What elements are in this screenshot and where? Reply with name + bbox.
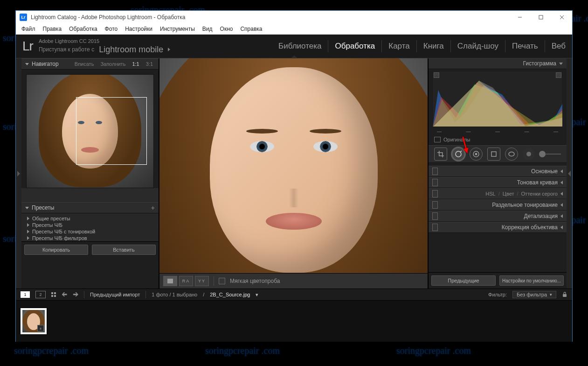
- preset-folder[interactable]: Общие пресеты: [21, 215, 159, 222]
- histogram-region-controls[interactable]: — — — — —: [429, 129, 567, 134]
- chevron-right-icon: [27, 217, 29, 220]
- svg-rect-4: [167, 279, 173, 283]
- menu-tools[interactable]: Инструменты: [156, 24, 199, 34]
- left-panel-buttons: Копировать Вставить: [21, 241, 159, 258]
- copy-button[interactable]: Копировать: [24, 245, 88, 255]
- right-panel-expander[interactable]: [567, 58, 572, 289]
- secondary-display-button[interactable]: 2: [35, 291, 46, 298]
- filter-lock-icon[interactable]: [562, 292, 567, 297]
- menu-file[interactable]: Файл: [18, 24, 39, 34]
- presets-title: Пресеты: [32, 204, 54, 211]
- presets-header[interactable]: Пресеты +: [21, 202, 159, 213]
- preset-folder[interactable]: Пресеты Ч/Б с тонировкой: [21, 228, 159, 235]
- chevron-left-icon: [560, 225, 563, 229]
- right-panel: Гистограмма: [428, 58, 567, 289]
- chevron-right-icon: [27, 230, 29, 233]
- nav-opt-3to1[interactable]: 3:1: [144, 61, 155, 67]
- menu-bar: Файл Правка Обработка Фото Настройки Инс…: [16, 24, 572, 35]
- center-toolbar: RA YY Мягкая цветопроба: [159, 273, 428, 289]
- filmstrip[interactable]: ±: [16, 300, 572, 342]
- nav-opt-fill[interactable]: Заполнить: [98, 61, 127, 67]
- chevron-down-icon: [559, 63, 563, 65]
- menu-photo[interactable]: Фото: [101, 24, 122, 34]
- product-name: Adobe Lightroom CC 2015: [39, 38, 170, 44]
- radial-filter-tool[interactable]: [505, 148, 518, 161]
- chevron-right-icon[interactable]: [168, 48, 170, 51]
- current-filename[interactable]: 2B_C_Source.jpg: [210, 292, 250, 297]
- original-thumbnail-icon: [434, 137, 441, 142]
- original-row[interactable]: Оригиналы: [429, 134, 567, 145]
- previous-button[interactable]: Предыдущие: [431, 275, 496, 286]
- panel-detail[interactable]: Детализация: [429, 211, 567, 222]
- before-after-ra-button[interactable]: RA: [179, 276, 193, 286]
- add-preset-button[interactable]: +: [151, 204, 155, 211]
- panel-switch[interactable]: [432, 179, 438, 186]
- graduated-filter-tool[interactable]: [487, 148, 500, 161]
- brush-tool[interactable]: [523, 148, 535, 160]
- module-book[interactable]: Книга: [423, 35, 444, 58]
- filmstrip-thumbnail[interactable]: ±: [21, 308, 47, 334]
- paste-button[interactable]: Вставить: [92, 245, 156, 255]
- tool-strip: [429, 145, 567, 163]
- menu-view[interactable]: Вид: [199, 24, 216, 34]
- crop-tool[interactable]: [434, 148, 447, 161]
- histogram[interactable]: [432, 71, 563, 127]
- panel-switch[interactable]: [432, 224, 438, 231]
- center-area: RA YY Мягкая цветопроба: [159, 58, 428, 289]
- preset-folder[interactable]: Пресеты Ч/Б фильтров: [21, 235, 159, 241]
- chevron-left-icon: [560, 169, 563, 173]
- svg-point-13: [475, 153, 477, 155]
- reset-defaults-button[interactable]: Настройки по умолчанию...: [499, 275, 564, 286]
- module-slideshow[interactable]: Слайд-шоу: [457, 35, 498, 58]
- panel-splittoning[interactable]: Раздельное тонирование: [429, 199, 567, 211]
- menu-edit[interactable]: Правка: [39, 24, 66, 34]
- module-library[interactable]: Библиотека: [278, 35, 321, 58]
- navigator-crop-frame[interactable]: [76, 97, 147, 165]
- nav-opt-fit[interactable]: Вписать: [73, 61, 96, 67]
- panel-hsl[interactable]: HSL/ Цвет/ Оттенки серого: [429, 188, 567, 199]
- panel-basic[interactable]: Основные: [429, 166, 567, 177]
- menu-settings[interactable]: Настройки: [121, 24, 156, 34]
- navigator-header[interactable]: Навигатор Вписать Заполнить 1:1 3:1: [21, 58, 159, 70]
- photo-view[interactable]: [159, 58, 428, 273]
- nav-opt-1to1[interactable]: 1:1: [130, 61, 141, 67]
- maximize-button[interactable]: [530, 11, 551, 24]
- prev-photo-button[interactable]: 🡰: [62, 291, 67, 298]
- panel-tonecurve[interactable]: Тоновая кривая: [429, 177, 567, 188]
- histogram-header[interactable]: Гистограмма: [429, 58, 567, 69]
- panel-switch[interactable]: [432, 168, 438, 175]
- source-label[interactable]: Предыдущий импорт: [90, 292, 140, 297]
- minimize-button[interactable]: [509, 11, 530, 24]
- brush-size-slider[interactable]: [542, 154, 561, 155]
- module-web[interactable]: Веб: [552, 35, 566, 58]
- softproof-label: Мягкая цветопроба: [230, 278, 280, 284]
- panel-lenscorrection[interactable]: Коррекция объектива: [429, 222, 567, 233]
- navigator-body: [21, 70, 159, 188]
- loupe-view-button[interactable]: [163, 276, 177, 286]
- svg-rect-1: [539, 15, 543, 19]
- menu-develop[interactable]: Обработка: [65, 24, 101, 34]
- mobile-prefix: Приступая к работе с: [39, 46, 94, 53]
- product-info: Adobe Lightroom CC 2015 Приступая к рабо…: [39, 38, 170, 55]
- left-panel-expander[interactable]: [16, 58, 21, 289]
- grid-icon[interactable]: [51, 292, 56, 297]
- panel-switch[interactable]: [432, 212, 438, 220]
- module-develop[interactable]: Обработка: [335, 35, 375, 58]
- preset-folder[interactable]: Пресеты Ч/Б: [21, 222, 159, 228]
- before-after-yy-button[interactable]: YY: [195, 276, 209, 286]
- preset-list[interactable]: Общие пресеты Пресеты Ч/Б Пресеты Ч/Б с …: [21, 213, 159, 241]
- menu-window[interactable]: Окно: [216, 24, 237, 34]
- chevron-right-icon: [27, 223, 29, 227]
- primary-display-button[interactable]: 1: [21, 291, 30, 298]
- mobile-brand[interactable]: Lightroom mobile: [99, 45, 163, 55]
- filter-dropdown[interactable]: Без фильтра ▾: [512, 291, 556, 298]
- close-button[interactable]: [551, 11, 572, 24]
- menu-help[interactable]: Справка: [236, 24, 266, 34]
- panel-switch[interactable]: [432, 190, 438, 197]
- navigator-preview[interactable]: [26, 74, 154, 188]
- softproof-checkbox[interactable]: [219, 278, 225, 284]
- next-photo-button[interactable]: 🡲: [73, 291, 78, 298]
- panel-switch[interactable]: [432, 201, 438, 209]
- module-map[interactable]: Карта: [388, 35, 410, 58]
- module-print[interactable]: Печать: [512, 35, 538, 58]
